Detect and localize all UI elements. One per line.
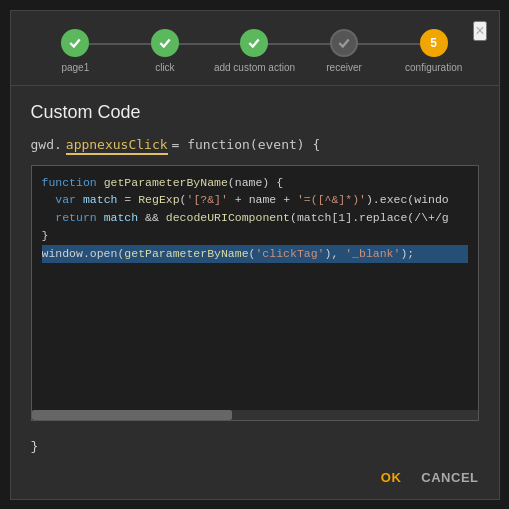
- step-circle-add-custom-action: [240, 29, 268, 57]
- step-label-receiver: receiver: [326, 62, 362, 73]
- step-label-page1: page1: [61, 62, 89, 73]
- step-circle-receiver: [330, 29, 358, 57]
- code-line-2: return match && decodeURIComponent(match…: [42, 209, 468, 227]
- step-configuration[interactable]: 5 configuration: [389, 29, 479, 73]
- code-scrollbar-thumb: [32, 410, 232, 420]
- step-circle-page1: [61, 29, 89, 57]
- code-scrollbar[interactable]: [32, 410, 478, 420]
- step-receiver[interactable]: receiver: [299, 29, 389, 73]
- fn-suffix: = function(event) {: [172, 137, 321, 152]
- modal-footer: OK CANCEL: [11, 460, 499, 499]
- steps-bar: page1 click add custom action receiver: [11, 11, 499, 86]
- modal-body: Custom Code gwd. appnexusClick = functio…: [11, 86, 499, 433]
- modal-container: × page1 click add custom action: [10, 10, 500, 500]
- step-label-add-custom-action: add custom action: [214, 62, 295, 73]
- code-line-1: var match = RegExp('[?&]' + name + '=([^…: [42, 191, 468, 209]
- step-circle-configuration: 5: [420, 29, 448, 57]
- ok-button[interactable]: OK: [381, 470, 402, 485]
- code-line-4: window.open(getParameterByName('clickTag…: [42, 245, 468, 263]
- fn-signature: gwd. appnexusClick = function(event) {: [31, 137, 479, 155]
- code-content: function getParameterByName(name) { var …: [32, 166, 478, 410]
- section-title: Custom Code: [31, 102, 479, 123]
- step-click[interactable]: click: [120, 29, 210, 73]
- cancel-button[interactable]: CANCEL: [421, 470, 478, 485]
- code-line-3: }: [42, 227, 468, 245]
- code-editor[interactable]: function getParameterByName(name) { var …: [31, 165, 479, 421]
- step-label-configuration: configuration: [405, 62, 462, 73]
- closing-brace: }: [11, 433, 499, 460]
- fn-name: appnexusClick: [66, 137, 168, 155]
- step-page1[interactable]: page1: [31, 29, 121, 73]
- code-line-0: function getParameterByName(name) {: [42, 174, 468, 192]
- fn-prefix: gwd.: [31, 137, 62, 152]
- step-label-click: click: [155, 62, 174, 73]
- step-circle-click: [151, 29, 179, 57]
- step-add-custom-action[interactable]: add custom action: [210, 29, 300, 73]
